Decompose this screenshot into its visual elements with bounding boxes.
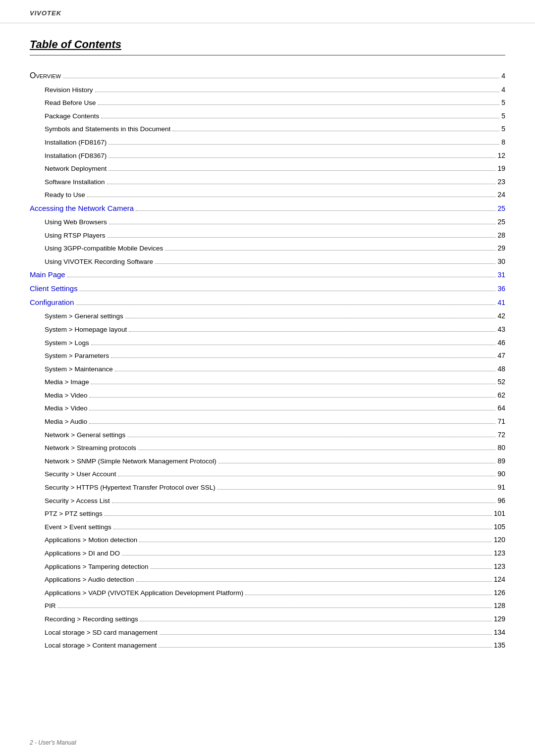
toc-page-number: 47	[497, 350, 505, 361]
toc-dots	[108, 157, 495, 158]
toc-entry-label: Installation (FD8367)	[45, 151, 107, 161]
toc-dots	[159, 647, 491, 648]
toc-entry-label: Applications > Tampering detection	[45, 561, 149, 572]
toc-entry-label: Security > Access List	[45, 496, 110, 506]
toc-dots	[87, 197, 496, 197]
toc-dots	[76, 304, 495, 305]
toc-dots	[172, 131, 499, 131]
toc-page-number: 91	[497, 482, 505, 493]
toc-dots	[112, 503, 496, 503]
toc-entry-label: Network > Streaming protocols	[45, 443, 136, 454]
toc-entry-label: Local storage > Content management	[45, 640, 157, 651]
toc-dots	[101, 118, 499, 118]
toc-page-number: 64	[497, 403, 505, 413]
toc-row: Media > Image52	[30, 376, 505, 388]
toc-row: PTZ > PTZ settings101	[30, 508, 505, 519]
toc-entry-label: Ready to Use	[45, 190, 85, 201]
toc-entry-label: Using RTSP Players	[45, 230, 106, 241]
toc-dots	[165, 250, 495, 251]
toc-row: System > Maintenance48	[30, 363, 505, 375]
toc-entry-label: Network > General settings	[45, 430, 125, 441]
toc-page-number: 62	[497, 390, 505, 401]
toc-page-number: 41	[497, 297, 505, 308]
toc-row: Security > Access List96	[30, 495, 505, 506]
toc-row: Media > Audio71	[30, 416, 505, 427]
toc-entry-label: Main Page	[30, 269, 65, 281]
toc-dots	[160, 634, 492, 635]
toc-row: Network Deployment19	[30, 163, 505, 174]
toc-entry-label: Security > User Account	[45, 469, 116, 480]
toc-dots	[115, 371, 496, 371]
toc-dots	[217, 489, 496, 490]
toc-entry-label: Local storage > SD card management	[45, 627, 158, 638]
toc-dots	[136, 210, 495, 211]
toc-dots	[139, 542, 491, 542]
toc-page-number: 25	[497, 216, 505, 227]
toc-row: System > Logs46	[30, 337, 505, 349]
toc-page-number: 120	[494, 534, 505, 545]
toc-entry-label: Symbols and Statements in this Document	[45, 124, 170, 135]
toc-dots	[108, 144, 499, 145]
toc-entry-label: Read Before Use	[45, 98, 96, 108]
toc-page-number: 96	[497, 495, 505, 506]
toc-page-number: 123	[494, 548, 505, 558]
toc-entry-label: Security > HTTPS (Hypertext Transfer Pro…	[45, 482, 215, 493]
toc-entry-label: PTZ > PTZ settings	[45, 508, 103, 519]
toc-entry-label: PIR	[45, 601, 56, 611]
toc-dots	[89, 410, 495, 410]
toc-dots	[109, 224, 496, 224]
toc-entry-label: Applications > DI and DO	[45, 548, 120, 559]
toc-entry-label: System > Parameters	[45, 351, 109, 361]
toc-row: Applications > Tampering detection123	[30, 561, 505, 572]
toc-page-number: 19	[497, 163, 505, 174]
toc-entry-label: System > Logs	[45, 338, 89, 349]
toc-row: Media > Video64	[30, 403, 505, 414]
page-container: VIVOTEK Table of Contents Overview4Revis…	[0, 0, 535, 756]
toc-page-number: 29	[497, 243, 505, 253]
toc-entry-label: Using VIVOTEK Recording Software	[45, 256, 153, 267]
toc-page-number: 5	[501, 97, 505, 108]
toc-row: Accessing the Network Camera25	[30, 202, 505, 214]
toc-page-number: 71	[497, 416, 505, 427]
toc-page-number: 105	[494, 521, 505, 532]
toc-page-number: 4	[501, 84, 505, 95]
toc-row: Event > Event settings105	[30, 521, 505, 533]
toc-entry-label: System > General settings	[45, 311, 123, 322]
toc-row: Security > HTTPS (Hypertext Transfer Pro…	[30, 482, 505, 493]
toc-page-number: 43	[497, 324, 505, 335]
header: VIVOTEK	[0, 0, 535, 23]
toc-page-number: 30	[497, 256, 505, 267]
toc-entry-label: Package Contents	[45, 111, 99, 122]
toc-row: System > Parameters47	[30, 350, 505, 361]
toc-dots	[89, 397, 495, 398]
toc-page-number: 101	[494, 508, 505, 519]
toc-dots	[91, 345, 496, 345]
toc-entry-label: Client Settings	[30, 283, 78, 295]
toc-row: Applications > VADP (VIVOTEK Application…	[30, 587, 505, 599]
toc-dots	[63, 78, 499, 78]
toc-entry-label: Applications > Audio detection	[45, 574, 134, 585]
toc-entry-label: Network > SNMP (Simple Network Managemen…	[45, 456, 216, 467]
toc-entry-label: Network Deployment	[45, 163, 107, 174]
toc-row: Network > General settings72	[30, 429, 505, 441]
toc-page-number: 5	[501, 110, 505, 121]
toc-row: Local storage > SD card management134	[30, 627, 505, 638]
toc-dots	[107, 184, 496, 184]
toc-page-number: 31	[497, 269, 505, 280]
toc-row: Configuration41	[30, 297, 505, 308]
toc-page-number: 52	[497, 376, 505, 387]
toc-dots	[218, 463, 496, 463]
toc-table: Overview4Revision History4Read Before Us…	[30, 69, 505, 651]
toc-dots	[95, 92, 500, 92]
toc-row: Applications > Motion detection120	[30, 534, 505, 546]
toc-page-number: 8	[501, 137, 505, 148]
toc-row: Symbols and Statements in this Document5	[30, 123, 505, 135]
toc-page-number: 28	[497, 230, 505, 241]
toc-dots	[91, 384, 496, 384]
toc-row: Main Page31	[30, 269, 505, 281]
toc-entry-label: Revision History	[45, 85, 93, 96]
toc-row: Installation (FD8167)8	[30, 137, 505, 148]
toc-page-number: 123	[494, 561, 505, 572]
toc-entry-label: Applications > Motion detection	[45, 535, 137, 546]
toc-row: System > General settings42	[30, 310, 505, 322]
